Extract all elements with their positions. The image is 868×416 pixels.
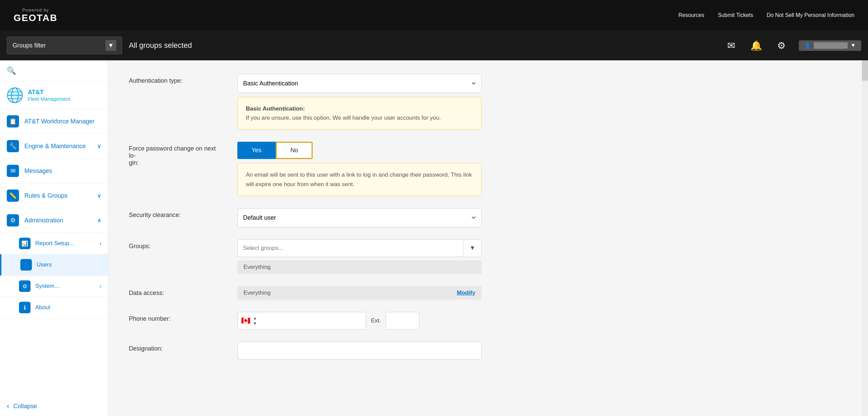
sidebar-item-workforce[interactable]: 📋 AT&T Workforce Manager [0, 109, 108, 134]
no-button[interactable]: No [276, 142, 313, 159]
main-content: Authentication type: Basic Authenticatio… [108, 60, 868, 416]
user-dropdown[interactable]: 👤 ████████ ▼ [799, 40, 861, 51]
sub-item-label: About [35, 304, 50, 311]
modify-link[interactable]: Modify [457, 290, 475, 296]
sidebar-subitem-about[interactable]: ℹ About [0, 297, 108, 318]
yes-no-group: Yes No [237, 142, 536, 159]
geotab-logo: Powered by GEOTAB [14, 7, 58, 23]
flag-icon: 🇨🇦 [241, 316, 250, 325]
user-icon: 👤 [804, 42, 811, 49]
rules-icon: 📏 [7, 190, 19, 202]
top-navigation: Powered by GEOTAB Resources Submit Ticke… [0, 0, 868, 31]
phone-label: Phone number: [129, 312, 224, 322]
data-access-value: Everything [243, 290, 457, 296]
collapse-button[interactable]: ‹ Collapse [0, 396, 108, 416]
designation-input[interactable] [237, 342, 481, 359]
att-brand: AT&T Fleet Management [0, 82, 108, 109]
sub-item-label: System... [35, 283, 59, 290]
groups-input-row: ▼ [237, 239, 481, 257]
ext-input[interactable] [386, 312, 419, 330]
force-password-row: Force password change on next lo-gin: Ye… [129, 142, 536, 196]
about-icon: ℹ [19, 302, 31, 313]
data-access-label: Data access: [129, 286, 224, 297]
sidebar-item-label: Administration [24, 217, 92, 224]
do-not-sell-link[interactable]: Do Not Sell My Personal Information [767, 12, 854, 18]
sidebar-item-administration[interactable]: ⚙ Administration ∧ [0, 208, 108, 233]
att-logo-icon [7, 87, 23, 103]
security-clearance-label: Security clearance: [129, 208, 224, 219]
powered-by-text: Powered by [22, 7, 49, 13]
messages-icon: ✉ [7, 165, 19, 177]
sidebar-item-engine[interactable]: 🔧 Engine & Maintenance ∨ [0, 134, 108, 159]
groups-tag: Everything [237, 260, 481, 274]
sidebar-search[interactable]: 🔍 [0, 60, 108, 82]
groups-filter-label: Groups filter [13, 42, 46, 49]
engine-icon: 🔧 [7, 140, 19, 152]
att-name: AT&T [28, 89, 70, 96]
bell-icon[interactable]: 🔔 [749, 38, 764, 53]
phone-arrows[interactable]: ▲ ▼ [253, 316, 257, 326]
security-clearance-row: Security clearance: Default userAdminist… [129, 208, 536, 227]
security-clearance-control: Default userAdministratorView Only [237, 208, 536, 227]
collapse-icon: ‹ [7, 402, 9, 411]
search-icon: 🔍 [7, 66, 16, 75]
groups-filter-arrow[interactable]: ▼ [105, 40, 116, 51]
groups-control: ▼ Everything [237, 239, 536, 274]
yes-button[interactable]: Yes [237, 142, 276, 159]
sub-item-label: Users [37, 261, 52, 268]
groups-dropdown-button[interactable]: ▼ [464, 239, 481, 257]
phone-input-wrapper: 🇨🇦 ▲ ▼ [237, 312, 366, 330]
groups-filter-dropdown[interactable]: Groups filter ▼ [7, 37, 122, 54]
sidebar: 🔍 AT&T Fleet Management 📋 AT&T Workforce… [0, 60, 108, 416]
form-section: Authentication type: Basic Authenticatio… [129, 74, 536, 359]
data-access-control: Everything Modify [237, 286, 536, 300]
auth-type-label: Authentication type: [129, 74, 224, 84]
sidebar-item-rules[interactable]: 📏 Rules & Groups ∨ [0, 183, 108, 208]
sub-item-label: Report Setup... [35, 240, 74, 247]
workforce-icon: 📋 [7, 115, 19, 127]
att-sub: Fleet Management [28, 96, 70, 102]
sidebar-subitem-report-setup[interactable]: 📊 Report Setup... › [0, 233, 108, 254]
sidebar-item-label: Rules & Groups [24, 192, 92, 199]
security-clearance-select[interactable]: Default userAdministratorView Only [237, 208, 481, 227]
auth-info-body: If you are unsure, use this option. We w… [246, 115, 441, 121]
auth-type-row: Authentication type: Basic Authenticatio… [129, 74, 536, 130]
ext-label: Ext. [371, 317, 381, 324]
data-access-row: Data access: Everything Modify [129, 286, 536, 300]
phone-arrow-up: ▲ [253, 316, 257, 320]
report-setup-icon: 📊 [19, 238, 31, 249]
phone-number-row: Phone number: 🇨🇦 ▲ ▼ Ext. [129, 312, 536, 330]
gear-icon[interactable]: ⚙ [774, 38, 789, 53]
sidebar-subitem-system[interactable]: ⚙ System... › [0, 276, 108, 297]
sidebar-item-label: AT&T Workforce Manager [24, 118, 101, 125]
scrollbar-track [862, 60, 868, 416]
sidebar-subitem-users[interactable]: 👤 Users [0, 254, 108, 276]
scrollbar-thumb[interactable] [862, 60, 868, 81]
brand-name: GEOTAB [14, 13, 58, 23]
collapse-label: Collapse [13, 403, 37, 410]
auth-type-select[interactable]: Basic AuthenticationMyGeotab Authenticat… [237, 74, 481, 93]
engine-chevron: ∨ [97, 142, 101, 150]
resources-link[interactable]: Resources [678, 12, 704, 18]
designation-control [237, 342, 536, 359]
att-brand-text: AT&T Fleet Management [28, 89, 70, 102]
auth-info-title: Basic Authentication: [246, 105, 305, 112]
designation-label: Designation: [129, 342, 224, 352]
admin-chevron: ∧ [97, 217, 101, 224]
phone-control: 🇨🇦 ▲ ▼ Ext. [237, 312, 536, 330]
all-groups-text: All groups selected [129, 41, 192, 50]
user-name: ████████ [814, 42, 848, 48]
submit-tickets-link[interactable]: Submit Tickets [718, 12, 753, 18]
groups-input[interactable] [237, 239, 464, 257]
groups-row: Groups: ▼ Everything [129, 239, 536, 274]
phone-arrow-down: ▼ [253, 321, 257, 326]
phone-input[interactable] [260, 317, 362, 324]
admin-icon: ⚙ [7, 214, 19, 226]
filter-bar-icons: ✉ 🔔 ⚙ 👤 ████████ ▼ [724, 38, 861, 53]
designation-row: Designation: [129, 342, 536, 359]
sidebar-item-messages[interactable]: ✉ Messages [0, 159, 108, 183]
rules-chevron: ∨ [97, 192, 101, 199]
phone-row: 🇨🇦 ▲ ▼ Ext. [237, 312, 536, 330]
main-layout: 🔍 AT&T Fleet Management 📋 AT&T Workforce… [0, 60, 868, 416]
mail-icon[interactable]: ✉ [724, 38, 738, 53]
